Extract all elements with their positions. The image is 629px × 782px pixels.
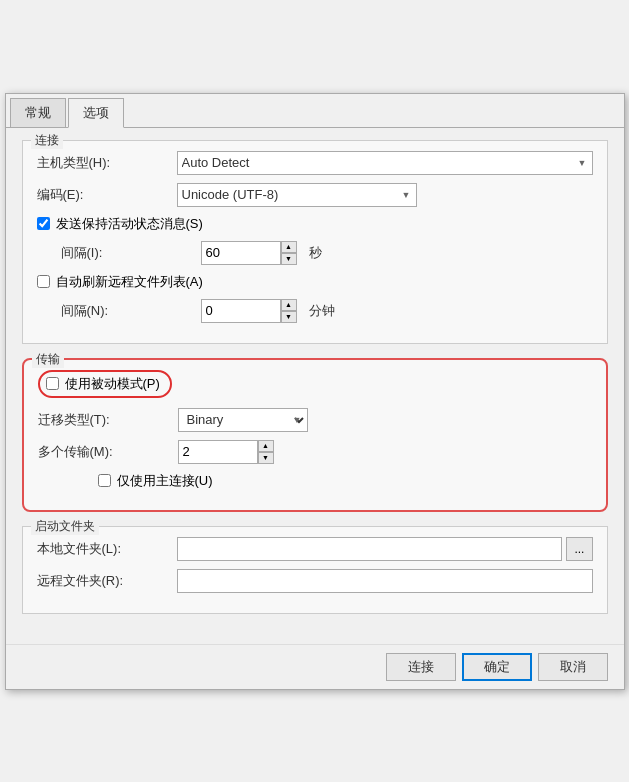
transfer-section: 传输 使用被动模式(P) 迁移类型(T): Binary ASCII Auto: [22, 358, 608, 512]
host-type-label: 主机类型(H):: [37, 154, 177, 172]
local-folder-row: 本地文件夹(L): ...: [37, 537, 593, 561]
connection-section-label: 连接: [31, 132, 63, 149]
autorefresh-label: 自动刷新远程文件列表(A): [56, 273, 203, 291]
multi-transfer-down-btn[interactable]: ▼: [258, 452, 274, 464]
multi-transfer-label: 多个传输(M):: [38, 443, 178, 461]
tab-general[interactable]: 常规: [10, 98, 66, 127]
passive-checkbox[interactable]: [46, 377, 59, 390]
main-conn-row: 仅使用主连接(U): [38, 472, 592, 490]
dialog: 常规 选项 连接 主机类型(H): Auto Detect UNIX Windo…: [5, 93, 625, 690]
refresh-interval-spinner-btns: ▲ ▼: [281, 299, 297, 323]
transfer-type-row: 迁移类型(T): Binary ASCII Auto: [38, 408, 592, 432]
interval-input[interactable]: [201, 241, 281, 265]
remote-folder-input[interactable]: [177, 569, 593, 593]
multi-transfer-row: 多个传输(M): ▲ ▼: [38, 440, 592, 464]
dialog-footer: 连接 确定 取消: [6, 644, 624, 689]
keepalive-label: 发送保持活动状态消息(S): [56, 215, 203, 233]
host-type-select[interactable]: Auto Detect UNIX Windows VMS: [177, 151, 593, 175]
remote-folder-control: [177, 569, 593, 593]
tab-options[interactable]: 选项: [68, 98, 124, 128]
main-conn-label: 仅使用主连接(U): [117, 472, 213, 490]
local-folder-label: 本地文件夹(L):: [37, 540, 177, 558]
transfer-type-control: Binary ASCII Auto: [178, 408, 592, 432]
multi-transfer-spinner-btns: ▲ ▼: [258, 440, 274, 464]
interval-up-btn[interactable]: ▲: [281, 241, 297, 253]
refresh-interval-up-btn[interactable]: ▲: [281, 299, 297, 311]
encoding-select-wrapper: Unicode (UTF-8) ASCII UTF-16: [177, 183, 417, 207]
main-conn-checkbox[interactable]: [98, 474, 111, 487]
ok-button[interactable]: 确定: [462, 653, 532, 681]
interval-spinner-btns: ▲ ▼: [281, 241, 297, 265]
remote-folder-label: 远程文件夹(R):: [37, 572, 177, 590]
refresh-interval-down-btn[interactable]: ▼: [281, 311, 297, 323]
refresh-interval-input[interactable]: [201, 299, 281, 323]
keepalive-row: 发送保持活动状态消息(S): [37, 215, 593, 233]
interval-spinner: ▲ ▼: [201, 241, 301, 265]
multi-transfer-control: ▲ ▼: [178, 440, 592, 464]
transfer-type-select[interactable]: Binary ASCII Auto: [178, 408, 308, 432]
interval-control: ▲ ▼ 秒: [201, 241, 593, 265]
local-folder-browse-btn[interactable]: ...: [566, 537, 592, 561]
transfer-type-label: 迁移类型(T):: [38, 411, 178, 429]
host-type-row: 主机类型(H): Auto Detect UNIX Windows VMS: [37, 151, 593, 175]
host-type-control: Auto Detect UNIX Windows VMS: [177, 151, 593, 175]
multi-transfer-up-btn[interactable]: ▲: [258, 440, 274, 452]
refresh-interval-spinner: ▲ ▼: [201, 299, 301, 323]
startup-section-label: 启动文件夹: [31, 518, 99, 535]
local-folder-control: ...: [177, 537, 593, 561]
connect-button[interactable]: 连接: [386, 653, 456, 681]
cancel-button[interactable]: 取消: [538, 653, 608, 681]
connection-section: 连接 主机类型(H): Auto Detect UNIX Windows VMS: [22, 140, 608, 344]
encoding-select[interactable]: Unicode (UTF-8) ASCII UTF-16: [177, 183, 417, 207]
passive-label: 使用被动模式(P): [65, 375, 160, 393]
autorefresh-checkbox[interactable]: [37, 275, 50, 288]
encoding-control: Unicode (UTF-8) ASCII UTF-16: [177, 183, 593, 207]
interval-label: 间隔(I):: [61, 244, 201, 262]
passive-oval: 使用被动模式(P): [38, 370, 172, 398]
refresh-interval-control: ▲ ▼ 分钟: [201, 299, 593, 323]
multi-transfer-input[interactable]: [178, 440, 258, 464]
encoding-row: 编码(E): Unicode (UTF-8) ASCII UTF-16: [37, 183, 593, 207]
refresh-interval-row: 间隔(N): ▲ ▼ 分钟: [37, 299, 593, 323]
autorefresh-row: 自动刷新远程文件列表(A): [37, 273, 593, 291]
interval-row: 间隔(I): ▲ ▼ 秒: [37, 241, 593, 265]
host-type-select-wrapper: Auto Detect UNIX Windows VMS: [177, 151, 593, 175]
multi-transfer-spinner: ▲ ▼: [178, 440, 278, 464]
tab-bar: 常规 选项: [6, 94, 624, 128]
dialog-content: 连接 主机类型(H): Auto Detect UNIX Windows VMS: [6, 128, 624, 644]
passive-mode-row: 使用被动模式(P): [38, 370, 592, 398]
transfer-section-label: 传输: [32, 351, 64, 368]
refresh-interval-unit: 分钟: [309, 302, 335, 320]
remote-folder-row: 远程文件夹(R):: [37, 569, 593, 593]
interval-unit: 秒: [309, 244, 322, 262]
keepalive-checkbox[interactable]: [37, 217, 50, 230]
encoding-label: 编码(E):: [37, 186, 177, 204]
local-folder-input[interactable]: [177, 537, 563, 561]
transfer-type-select-wrapper: Binary ASCII Auto: [178, 408, 308, 432]
startup-section: 启动文件夹 本地文件夹(L): ... 远程文件夹(R):: [22, 526, 608, 614]
interval-down-btn[interactable]: ▼: [281, 253, 297, 265]
refresh-interval-label: 间隔(N):: [61, 302, 201, 320]
